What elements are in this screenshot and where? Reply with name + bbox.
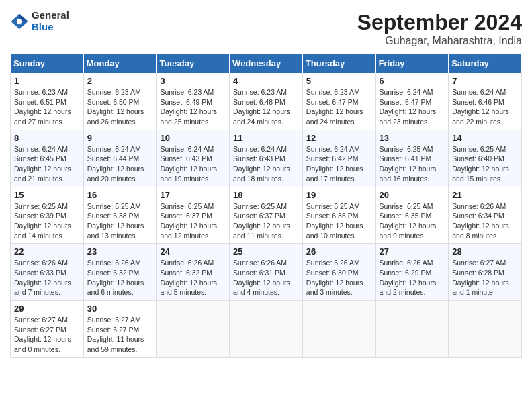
day-info: Sunrise: 6:26 AM Sunset: 6:29 PM Dayligh… xyxy=(380,258,445,298)
day-info: Sunrise: 6:26 AM Sunset: 6:34 PM Dayligh… xyxy=(452,201,518,241)
day-number: 17 xyxy=(160,190,226,200)
calendar-cell: 29Sunrise: 6:27 AM Sunset: 6:27 PM Dayli… xyxy=(11,301,84,358)
calendar-cell: 17Sunrise: 6:25 AM Sunset: 6:37 PM Dayli… xyxy=(157,187,230,244)
main-title: September 2024 xyxy=(357,10,522,35)
day-info: Sunrise: 6:27 AM Sunset: 6:27 PM Dayligh… xyxy=(87,315,153,355)
calendar-cell: 1Sunrise: 6:23 AM Sunset: 6:51 PM Daylig… xyxy=(11,73,84,130)
day-info: Sunrise: 6:26 AM Sunset: 6:33 PM Dayligh… xyxy=(14,258,80,298)
day-number: 19 xyxy=(306,190,372,200)
logo-blue-text: Blue xyxy=(32,21,69,33)
week-row-2: 8Sunrise: 6:24 AM Sunset: 6:45 PM Daylig… xyxy=(11,130,522,187)
day-number: 1 xyxy=(14,76,80,86)
day-info: Sunrise: 6:26 AM Sunset: 6:32 PM Dayligh… xyxy=(87,258,153,298)
calendar-cell xyxy=(375,301,449,358)
day-number: 22 xyxy=(14,246,80,257)
weekday-header-monday: Monday xyxy=(83,54,157,73)
day-info: Sunrise: 6:24 AM Sunset: 6:47 PM Dayligh… xyxy=(380,87,445,127)
day-number: 11 xyxy=(233,133,299,143)
day-info: Sunrise: 6:26 AM Sunset: 6:31 PM Dayligh… xyxy=(233,258,299,298)
week-row-1: 1Sunrise: 6:23 AM Sunset: 6:51 PM Daylig… xyxy=(11,73,522,130)
day-number: 27 xyxy=(380,246,445,257)
day-info: Sunrise: 6:25 AM Sunset: 6:39 PM Dayligh… xyxy=(14,201,80,241)
day-number: 24 xyxy=(160,246,226,257)
day-number: 26 xyxy=(306,246,372,257)
logo-general-text: General xyxy=(32,10,69,21)
day-info: Sunrise: 6:24 AM Sunset: 6:43 PM Dayligh… xyxy=(233,144,299,184)
day-info: Sunrise: 6:25 AM Sunset: 6:41 PM Dayligh… xyxy=(380,144,445,184)
weekday-header-sunday: Sunday xyxy=(11,54,84,73)
calendar-cell xyxy=(302,301,375,358)
calendar-cell: 20Sunrise: 6:25 AM Sunset: 6:35 PM Dayli… xyxy=(375,187,449,244)
calendar-cell: 12Sunrise: 6:24 AM Sunset: 6:42 PM Dayli… xyxy=(302,130,375,187)
calendar-cell: 22Sunrise: 6:26 AM Sunset: 6:33 PM Dayli… xyxy=(11,244,84,301)
day-info: Sunrise: 6:24 AM Sunset: 6:45 PM Dayligh… xyxy=(14,144,80,184)
day-info: Sunrise: 6:25 AM Sunset: 6:36 PM Dayligh… xyxy=(306,201,372,241)
calendar-cell: 19Sunrise: 6:25 AM Sunset: 6:36 PM Dayli… xyxy=(302,187,375,244)
day-number: 12 xyxy=(306,133,372,143)
day-info: Sunrise: 6:27 AM Sunset: 6:27 PM Dayligh… xyxy=(14,315,80,355)
day-info: Sunrise: 6:23 AM Sunset: 6:47 PM Dayligh… xyxy=(306,87,372,127)
calendar-cell xyxy=(449,301,522,358)
calendar-cell: 15Sunrise: 6:25 AM Sunset: 6:39 PM Dayli… xyxy=(11,187,84,244)
day-info: Sunrise: 6:26 AM Sunset: 6:32 PM Dayligh… xyxy=(160,258,226,298)
day-info: Sunrise: 6:25 AM Sunset: 6:37 PM Dayligh… xyxy=(160,201,226,241)
day-info: Sunrise: 6:23 AM Sunset: 6:50 PM Dayligh… xyxy=(87,87,153,127)
day-number: 2 xyxy=(87,76,153,86)
calendar-cell: 30Sunrise: 6:27 AM Sunset: 6:27 PM Dayli… xyxy=(83,301,157,358)
day-info: Sunrise: 6:23 AM Sunset: 6:51 PM Dayligh… xyxy=(14,87,80,127)
day-info: Sunrise: 6:25 AM Sunset: 6:38 PM Dayligh… xyxy=(87,201,153,241)
day-info: Sunrise: 6:25 AM Sunset: 6:40 PM Dayligh… xyxy=(452,144,518,184)
weekday-header-row: SundayMondayTuesdayWednesdayThursdayFrid… xyxy=(11,54,522,73)
header: General Blue September 2024 Guhagar, Mah… xyxy=(10,10,522,47)
day-info: Sunrise: 6:26 AM Sunset: 6:30 PM Dayligh… xyxy=(306,258,372,298)
day-number: 7 xyxy=(452,76,518,86)
calendar-cell: 21Sunrise: 6:26 AM Sunset: 6:34 PM Dayli… xyxy=(449,187,522,244)
day-number: 16 xyxy=(87,190,153,200)
calendar-cell: 9Sunrise: 6:24 AM Sunset: 6:44 PM Daylig… xyxy=(83,130,157,187)
calendar-cell: 18Sunrise: 6:25 AM Sunset: 6:37 PM Dayli… xyxy=(230,187,303,244)
calendar-cell: 7Sunrise: 6:24 AM Sunset: 6:46 PM Daylig… xyxy=(449,73,522,130)
calendar-cell: 28Sunrise: 6:27 AM Sunset: 6:28 PM Dayli… xyxy=(449,244,522,301)
week-row-4: 22Sunrise: 6:26 AM Sunset: 6:33 PM Dayli… xyxy=(11,244,522,301)
calendar-cell: 26Sunrise: 6:26 AM Sunset: 6:30 PM Dayli… xyxy=(302,244,375,301)
calendar-table: SundayMondayTuesdayWednesdayThursdayFrid… xyxy=(10,54,522,358)
day-number: 25 xyxy=(233,246,299,257)
day-number: 13 xyxy=(380,133,445,143)
day-number: 29 xyxy=(14,304,80,314)
day-info: Sunrise: 6:24 AM Sunset: 6:43 PM Dayligh… xyxy=(160,144,226,184)
calendar-cell xyxy=(157,301,230,358)
weekday-header-wednesday: Wednesday xyxy=(230,54,303,73)
day-info: Sunrise: 6:23 AM Sunset: 6:48 PM Dayligh… xyxy=(233,87,299,127)
day-number: 21 xyxy=(452,190,518,200)
calendar-cell: 14Sunrise: 6:25 AM Sunset: 6:40 PM Dayli… xyxy=(449,130,522,187)
weekday-header-friday: Friday xyxy=(375,54,449,73)
calendar-cell: 3Sunrise: 6:23 AM Sunset: 6:49 PM Daylig… xyxy=(157,73,230,130)
logo-text: General Blue xyxy=(32,10,69,32)
day-number: 8 xyxy=(14,133,80,143)
day-number: 18 xyxy=(233,190,299,200)
calendar-cell: 16Sunrise: 6:25 AM Sunset: 6:38 PM Dayli… xyxy=(83,187,157,244)
weekday-header-tuesday: Tuesday xyxy=(157,54,230,73)
week-row-3: 15Sunrise: 6:25 AM Sunset: 6:39 PM Dayli… xyxy=(11,187,522,244)
week-row-5: 29Sunrise: 6:27 AM Sunset: 6:27 PM Dayli… xyxy=(11,301,522,358)
calendar-cell: 8Sunrise: 6:24 AM Sunset: 6:45 PM Daylig… xyxy=(11,130,84,187)
day-number: 9 xyxy=(87,133,153,143)
calendar-cell: 6Sunrise: 6:24 AM Sunset: 6:47 PM Daylig… xyxy=(375,73,449,130)
day-number: 20 xyxy=(380,190,445,200)
day-number: 3 xyxy=(160,76,226,86)
day-info: Sunrise: 6:24 AM Sunset: 6:44 PM Dayligh… xyxy=(87,144,153,184)
day-number: 28 xyxy=(452,246,518,257)
logo-icon xyxy=(10,12,29,31)
day-number: 6 xyxy=(380,76,445,86)
day-info: Sunrise: 6:25 AM Sunset: 6:37 PM Dayligh… xyxy=(233,201,299,241)
day-info: Sunrise: 6:25 AM Sunset: 6:35 PM Dayligh… xyxy=(380,201,445,241)
calendar-cell: 11Sunrise: 6:24 AM Sunset: 6:43 PM Dayli… xyxy=(230,130,303,187)
weekday-header-thursday: Thursday xyxy=(302,54,375,73)
day-info: Sunrise: 6:24 AM Sunset: 6:42 PM Dayligh… xyxy=(306,144,372,184)
day-number: 15 xyxy=(14,190,80,200)
calendar-cell: 10Sunrise: 6:24 AM Sunset: 6:43 PM Dayli… xyxy=(157,130,230,187)
weekday-header-saturday: Saturday xyxy=(449,54,522,73)
calendar-cell: 25Sunrise: 6:26 AM Sunset: 6:31 PM Dayli… xyxy=(230,244,303,301)
day-number: 10 xyxy=(160,133,226,143)
calendar-cell xyxy=(230,301,303,358)
